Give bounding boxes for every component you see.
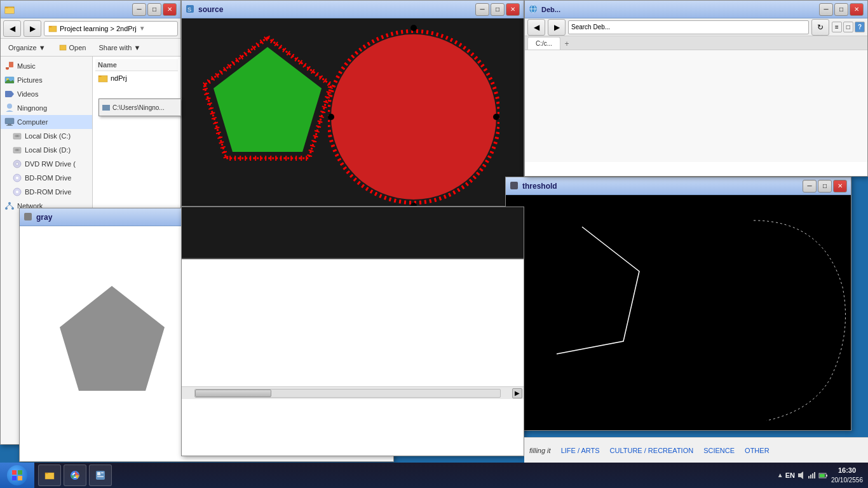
browser-maximize-btn[interactable]: □ <box>834 3 848 16</box>
browser-titlebar: Deb... ─ □ ✕ <box>525 1 867 18</box>
network-icon <box>4 201 15 211</box>
svg-rect-54 <box>18 470 22 475</box>
svg-rect-49 <box>510 182 518 189</box>
news-item-other[interactable]: OTHER <box>745 447 770 454</box>
threshold-minimize-btn[interactable]: ─ <box>803 180 817 193</box>
sidebar-item-bd1[interactable]: BD-ROM Drive <box>1 171 92 185</box>
source-window: S source ─ □ ✕ <box>181 0 524 207</box>
taskbar-app-icon <box>95 470 106 481</box>
svg-rect-68 <box>812 473 813 478</box>
news-item-culture[interactable]: CULTURE / RECREATION <box>610 447 694 454</box>
sidebar-item-ningnong[interactable]: Ningnong <box>1 101 92 115</box>
url-bar[interactable] <box>568 20 809 34</box>
back-button[interactable]: ◀ <box>3 20 21 37</box>
browser-view-btn[interactable]: ≡ <box>832 22 842 32</box>
source-close-btn[interactable]: ✕ <box>506 3 520 16</box>
sidebar-item-computer[interactable]: Computer <box>1 115 92 129</box>
browser-page <box>525 50 867 162</box>
middle-white-area <box>182 259 524 386</box>
browser-layout-btn[interactable]: □ <box>843 22 853 32</box>
taskbar-right: ▲ EN 16:30 20/10/2556 <box>772 466 868 484</box>
start-button[interactable] <box>0 463 34 488</box>
new-tab-btn[interactable]: + <box>560 38 573 50</box>
path-window-icon <box>102 103 111 112</box>
browser-content <box>525 50 867 162</box>
svg-rect-10 <box>5 91 11 97</box>
organize-button[interactable]: Organize ▼ <box>6 43 48 53</box>
local-d-label: Local Disk (D:) <box>25 146 71 154</box>
explorer-icon <box>4 4 15 15</box>
forward-button[interactable]: ▶ <box>24 20 41 37</box>
address-bar[interactable]: Project learning > 2ndPrj ▼ <box>44 21 178 36</box>
svg-rect-53 <box>12 470 17 475</box>
news-item-arts[interactable]: LIFE / ARTS <box>561 447 600 454</box>
sidebar-item-local-c[interactable]: Local Disk (C:) <box>1 129 92 143</box>
browser-help-btn[interactable]: ? <box>855 22 865 32</box>
user-icon <box>4 103 15 113</box>
browser-tab-active[interactable]: C:/c... <box>527 37 560 50</box>
svg-point-42 <box>328 114 334 120</box>
svg-rect-14 <box>8 124 11 125</box>
svg-point-27 <box>16 191 18 193</box>
pictures-label: Pictures <box>17 76 43 84</box>
videos-label: Videos <box>17 90 38 98</box>
threshold-controls: ─ □ ✕ <box>803 180 847 193</box>
file-item-ndprj[interactable]: ndPrj <box>95 71 178 85</box>
taskbar-item-app[interactable] <box>89 464 112 486</box>
source-circle-svg <box>328 25 499 206</box>
taskbar-item-chrome[interactable] <box>64 464 86 486</box>
speaker-icon[interactable] <box>797 471 806 480</box>
svg-point-28 <box>8 202 11 205</box>
svg-rect-64 <box>97 476 104 477</box>
sidebar-item-music[interactable]: Music <box>1 59 92 73</box>
explorer-minimize-btn[interactable]: ─ <box>132 3 146 16</box>
explorer-close-btn[interactable]: ✕ <box>163 3 177 16</box>
sidebar-item-pictures[interactable]: Pictures <box>1 73 92 87</box>
source-maximize-btn[interactable]: □ <box>491 3 505 16</box>
sidebar-item-dvd[interactable]: DVD RW Drive ( <box>1 157 92 171</box>
bd1-icon <box>12 173 22 183</box>
folder-item-icon <box>98 73 108 83</box>
sidebar-item-local-d[interactable]: Local Disk (D:) <box>1 143 92 157</box>
sidebar-item-videos[interactable]: Videos <box>1 87 92 101</box>
browser-forward-btn[interactable]: ▶ <box>548 19 566 36</box>
share-button[interactable]: Share with ▼ <box>96 43 143 53</box>
dvd-icon <box>12 159 22 169</box>
scroll-right-btn[interactable]: ▶ <box>512 388 522 398</box>
sidebar-item-bd2[interactable]: BD-ROM Drive <box>1 185 92 199</box>
threshold-window: threshold ─ □ ✕ <box>505 177 851 431</box>
svg-rect-3 <box>60 45 66 50</box>
threshold-close-btn[interactable]: ✕ <box>833 180 847 193</box>
taskbar-clock[interactable]: 16:30 20/10/2556 <box>831 466 863 484</box>
browser-title: Deb... <box>541 6 817 13</box>
bd2-label: BD-ROM Drive <box>25 188 71 196</box>
clock-date: 20/10/2556 <box>831 476 863 485</box>
scrollbar-thumb[interactable] <box>195 390 271 397</box>
svg-marker-11 <box>11 91 14 97</box>
browser-minimize-btn[interactable]: ─ <box>819 3 833 16</box>
refresh-btn[interactable]: ↻ <box>811 19 829 36</box>
open-button[interactable]: Open <box>56 42 89 53</box>
gray-pentagon-container <box>53 280 171 409</box>
news-item-science[interactable]: SCIENCE <box>703 447 735 454</box>
taskbar-item-explorer[interactable] <box>38 464 61 486</box>
source-minimize-btn[interactable]: ─ <box>475 3 489 16</box>
music-label: Music <box>17 62 36 70</box>
explorer-maximize-btn[interactable]: □ <box>147 3 161 16</box>
windows-logo <box>11 469 24 482</box>
bd2-icon <box>12 187 22 197</box>
browser-back-btn[interactable]: ◀ <box>527 19 545 36</box>
svg-line-32 <box>10 205 13 207</box>
scrollbar-track[interactable] <box>194 389 501 398</box>
svg-rect-72 <box>820 474 825 477</box>
svg-rect-46 <box>24 213 32 220</box>
threshold-maximize-btn[interactable]: □ <box>818 180 832 193</box>
svg-point-43 <box>493 114 499 120</box>
middle-scrollbar-area[interactable]: ▶ <box>182 386 524 399</box>
source-pentagon-svg <box>198 28 337 206</box>
tray-arrow[interactable]: ▲ <box>777 471 783 478</box>
filling-text: filling it <box>529 447 551 454</box>
threshold-content <box>506 195 851 430</box>
network-status-icon[interactable] <box>808 471 817 480</box>
browser-close-btn[interactable]: ✕ <box>850 3 864 16</box>
